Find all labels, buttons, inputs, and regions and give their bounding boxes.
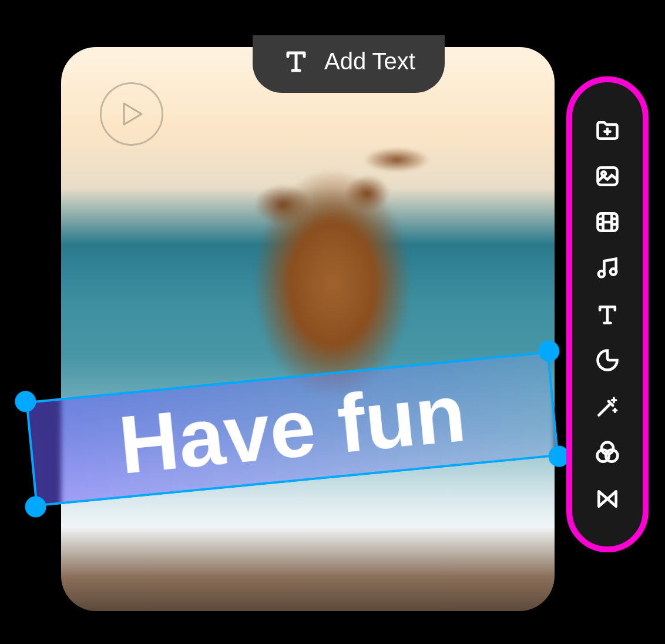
text-icon [282,47,310,75]
audio-tool[interactable] [593,254,622,283]
effects-tool[interactable] [593,392,622,421]
filter-icon [595,440,620,465]
play-icon [122,101,145,127]
music-icon [595,256,620,281]
add-media-tool[interactable] [593,115,622,145]
transition-icon [595,486,620,512]
text-tool[interactable] [593,300,622,329]
tools-sidebar [566,76,649,552]
sticker-tool[interactable] [593,346,622,375]
magic-wand-icon [595,394,620,420]
svg-point-1 [602,172,606,176]
video-icon [595,209,620,235]
svg-point-3 [599,271,604,277]
add-text-button[interactable]: Add Text [253,35,445,93]
add-text-label: Add Text [324,48,415,75]
video-tool[interactable] [593,207,622,237]
text-icon [595,301,620,327]
sticker-icon [595,347,620,373]
play-button[interactable] [100,82,163,146]
image-icon [595,163,620,189]
svg-point-4 [610,269,616,274]
filter-tool[interactable] [593,438,622,467]
image-tool[interactable] [593,162,622,191]
add-folder-icon [595,117,620,143]
transition-tool[interactable] [593,484,622,514]
